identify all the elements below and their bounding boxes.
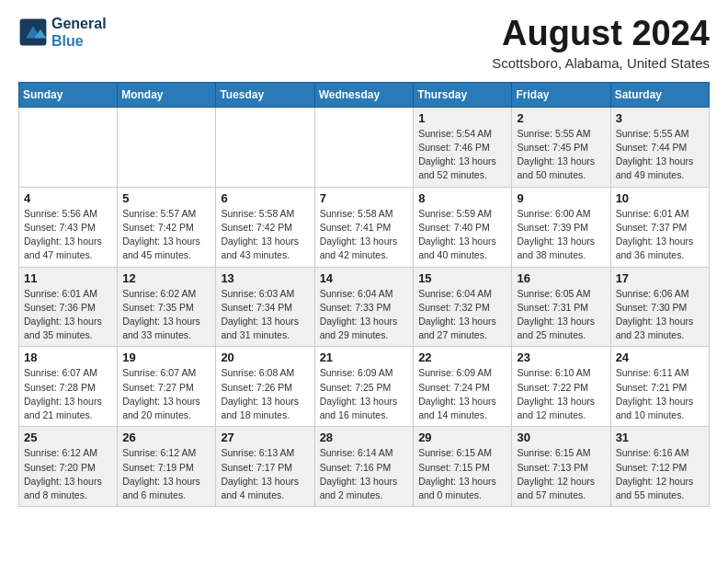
table-row: 1Sunrise: 5:54 AMSunset: 7:46 PMDaylight… [414, 107, 512, 187]
table-row: 7Sunrise: 5:58 AMSunset: 7:41 PMDaylight… [314, 187, 414, 267]
col-monday: Monday [118, 82, 216, 107]
table-row: 16Sunrise: 6:05 AMSunset: 7:31 PMDayligh… [512, 267, 610, 347]
day-info: Sunrise: 6:01 AMSunset: 7:37 PMDaylight:… [616, 207, 704, 263]
table-row: 14Sunrise: 6:04 AMSunset: 7:33 PMDayligh… [314, 267, 414, 347]
day-number: 31 [616, 431, 704, 444]
header: General Blue August 2024 Scottsboro, Ala… [18, 15, 710, 71]
day-number: 23 [517, 350, 605, 364]
day-number: 27 [221, 431, 309, 444]
table-row: 31Sunrise: 6:16 AMSunset: 7:12 PMDayligh… [610, 427, 709, 507]
day-number: 26 [122, 431, 210, 444]
table-row: 19Sunrise: 6:07 AMSunset: 7:27 PMDayligh… [118, 347, 216, 427]
day-number: 3 [616, 111, 704, 125]
subtitle: Scottsboro, Alabama, United States [492, 55, 710, 71]
day-info: Sunrise: 6:10 AMSunset: 7:22 PMDaylight:… [517, 366, 605, 422]
calendar-week-row: 11Sunrise: 6:01 AMSunset: 7:36 PMDayligh… [19, 267, 710, 347]
logo-icon [18, 17, 48, 47]
day-number: 14 [320, 271, 409, 285]
day-number: 17 [616, 271, 704, 285]
col-wednesday: Wednesday [314, 82, 414, 107]
day-number: 11 [24, 271, 112, 285]
table-row: 29Sunrise: 6:15 AMSunset: 7:15 PMDayligh… [414, 427, 512, 507]
day-info: Sunrise: 6:14 AMSunset: 7:16 PMDaylight:… [320, 446, 409, 502]
table-row: 11Sunrise: 6:01 AMSunset: 7:36 PMDayligh… [19, 267, 118, 347]
day-number: 21 [320, 350, 409, 364]
day-info: Sunrise: 6:00 AMSunset: 7:39 PMDaylight:… [517, 207, 605, 263]
day-info: Sunrise: 6:13 AMSunset: 7:17 PMDaylight:… [221, 446, 309, 502]
day-number: 7 [320, 191, 409, 205]
col-tuesday: Tuesday [216, 82, 314, 107]
day-info: Sunrise: 6:16 AMSunset: 7:12 PMDaylight:… [616, 446, 704, 502]
day-info: Sunrise: 6:04 AMSunset: 7:32 PMDaylight:… [418, 287, 506, 343]
table-row: 26Sunrise: 6:12 AMSunset: 7:19 PMDayligh… [118, 427, 216, 507]
day-number: 22 [418, 350, 506, 364]
day-info: Sunrise: 6:15 AMSunset: 7:13 PMDaylight:… [517, 446, 605, 502]
day-info: Sunrise: 6:02 AMSunset: 7:35 PMDaylight:… [122, 287, 210, 343]
col-thursday: Thursday [414, 82, 512, 107]
col-sunday: Sunday [19, 82, 118, 107]
table-row [216, 107, 314, 187]
day-number: 13 [221, 271, 309, 285]
table-row: 9Sunrise: 6:00 AMSunset: 7:39 PMDaylight… [512, 187, 610, 267]
day-number: 6 [221, 191, 309, 205]
table-row: 28Sunrise: 6:14 AMSunset: 7:16 PMDayligh… [314, 427, 414, 507]
col-saturday: Saturday [610, 82, 709, 107]
table-row: 3Sunrise: 5:55 AMSunset: 7:44 PMDaylight… [610, 107, 709, 187]
table-row [19, 107, 118, 187]
table-row: 12Sunrise: 6:02 AMSunset: 7:35 PMDayligh… [118, 267, 216, 347]
day-info: Sunrise: 6:09 AMSunset: 7:25 PMDaylight:… [320, 366, 409, 422]
calendar-week-row: 1Sunrise: 5:54 AMSunset: 7:46 PMDaylight… [19, 107, 710, 187]
table-row [314, 107, 414, 187]
day-info: Sunrise: 5:55 AMSunset: 7:44 PMDaylight:… [616, 127, 704, 183]
day-number: 5 [122, 191, 210, 205]
logo: General Blue [18, 15, 107, 50]
day-number: 28 [320, 431, 409, 444]
table-row: 22Sunrise: 6:09 AMSunset: 7:24 PMDayligh… [414, 347, 512, 427]
table-row: 27Sunrise: 6:13 AMSunset: 7:17 PMDayligh… [216, 427, 314, 507]
table-row: 21Sunrise: 6:09 AMSunset: 7:25 PMDayligh… [314, 347, 414, 427]
table-row: 2Sunrise: 5:55 AMSunset: 7:45 PMDaylight… [512, 107, 610, 187]
table-row: 25Sunrise: 6:12 AMSunset: 7:20 PMDayligh… [19, 427, 118, 507]
day-info: Sunrise: 6:04 AMSunset: 7:33 PMDaylight:… [320, 287, 409, 343]
main-title: August 2024 [492, 15, 710, 53]
calendar-table: Sunday Monday Tuesday Wednesday Thursday… [18, 82, 710, 507]
day-number: 24 [616, 350, 704, 364]
day-info: Sunrise: 6:03 AMSunset: 7:34 PMDaylight:… [221, 287, 309, 343]
table-row: 18Sunrise: 6:07 AMSunset: 7:28 PMDayligh… [19, 347, 118, 427]
table-row: 10Sunrise: 6:01 AMSunset: 7:37 PMDayligh… [610, 187, 709, 267]
day-info: Sunrise: 6:07 AMSunset: 7:28 PMDaylight:… [24, 366, 112, 422]
day-info: Sunrise: 6:12 AMSunset: 7:19 PMDaylight:… [122, 446, 210, 502]
logo-text: General Blue [51, 15, 107, 50]
table-row [118, 107, 216, 187]
day-number: 9 [517, 191, 605, 205]
table-row: 15Sunrise: 6:04 AMSunset: 7:32 PMDayligh… [414, 267, 512, 347]
table-row: 17Sunrise: 6:06 AMSunset: 7:30 PMDayligh… [610, 267, 709, 347]
day-number: 18 [24, 350, 112, 364]
day-info: Sunrise: 6:11 AMSunset: 7:21 PMDaylight:… [616, 366, 704, 422]
day-info: Sunrise: 5:55 AMSunset: 7:45 PMDaylight:… [517, 127, 605, 183]
day-number: 25 [24, 431, 112, 444]
day-info: Sunrise: 6:09 AMSunset: 7:24 PMDaylight:… [418, 366, 506, 422]
table-row: 30Sunrise: 6:15 AMSunset: 7:13 PMDayligh… [512, 427, 610, 507]
day-info: Sunrise: 5:57 AMSunset: 7:42 PMDaylight:… [122, 207, 210, 263]
col-friday: Friday [512, 82, 610, 107]
title-section: August 2024 Scottsboro, Alabama, United … [492, 15, 710, 71]
day-number: 30 [517, 431, 605, 444]
day-info: Sunrise: 6:15 AMSunset: 7:15 PMDaylight:… [418, 446, 506, 502]
day-info: Sunrise: 5:59 AMSunset: 7:40 PMDaylight:… [418, 207, 506, 263]
day-number: 29 [418, 431, 506, 444]
calendar-week-row: 18Sunrise: 6:07 AMSunset: 7:28 PMDayligh… [19, 347, 710, 427]
day-info: Sunrise: 5:56 AMSunset: 7:43 PMDaylight:… [24, 207, 112, 263]
day-number: 15 [418, 271, 506, 285]
table-row: 23Sunrise: 6:10 AMSunset: 7:22 PMDayligh… [512, 347, 610, 427]
day-number: 2 [517, 111, 605, 125]
day-number: 19 [122, 350, 210, 364]
day-number: 10 [616, 191, 704, 205]
day-info: Sunrise: 6:08 AMSunset: 7:26 PMDaylight:… [221, 366, 309, 422]
day-number: 4 [24, 191, 112, 205]
table-row: 20Sunrise: 6:08 AMSunset: 7:26 PMDayligh… [216, 347, 314, 427]
day-info: Sunrise: 5:58 AMSunset: 7:42 PMDaylight:… [221, 207, 309, 263]
day-info: Sunrise: 6:06 AMSunset: 7:30 PMDaylight:… [616, 287, 704, 343]
day-number: 20 [221, 350, 309, 364]
table-row: 8Sunrise: 5:59 AMSunset: 7:40 PMDaylight… [414, 187, 512, 267]
